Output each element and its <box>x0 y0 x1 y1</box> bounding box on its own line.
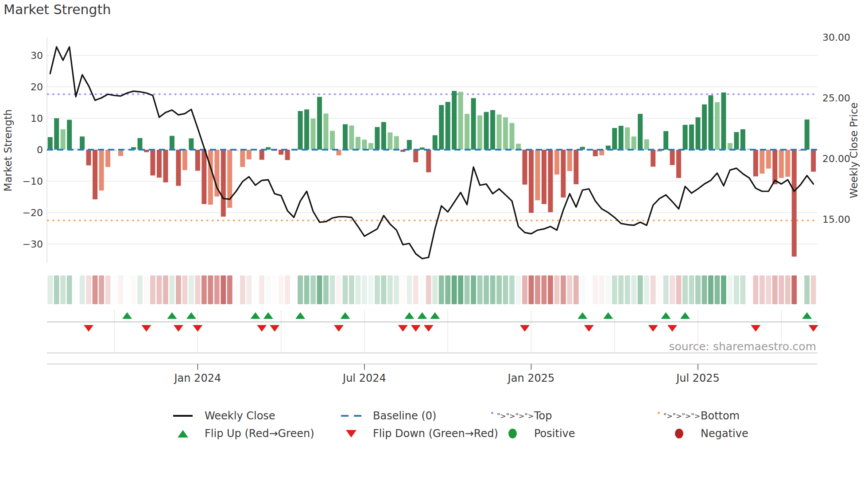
heatmap-tile <box>272 275 277 304</box>
heatmap-tile <box>310 275 316 304</box>
heatmap-tile <box>561 275 566 304</box>
strength-bar <box>785 150 790 177</box>
strength-bar <box>651 150 655 167</box>
strength-bar <box>593 150 598 156</box>
strength-bar <box>510 123 515 150</box>
heatmap-tile <box>285 275 290 304</box>
strength-bar <box>625 128 630 150</box>
heatmap-tile <box>388 275 393 304</box>
heatmap-tile <box>580 275 585 304</box>
heatmap-tile <box>644 275 649 304</box>
strength-bar <box>516 144 521 150</box>
heatmap-tile <box>760 275 765 304</box>
heatmap-tile <box>195 275 200 304</box>
heatmap-tile <box>458 275 463 304</box>
market-strength-chart: Jan 2024Jul 2024Jan 2025Jul 20253020100−… <box>0 0 868 390</box>
right-axis-tick-label: 20.00 <box>822 153 850 164</box>
flip-up-triangle-icon <box>167 430 198 438</box>
strength-bar <box>753 150 758 176</box>
strength-bar <box>317 97 322 150</box>
heatmap-tile <box>599 275 604 304</box>
heatmap-tile <box>253 275 258 304</box>
heatmap-tile <box>330 275 335 304</box>
heatmap-tile <box>227 275 232 304</box>
strength-bar <box>522 150 527 185</box>
left-axis-tick-label: −20 <box>23 207 43 218</box>
heatmap-tile <box>170 275 175 304</box>
heatmap-tile <box>791 275 797 304</box>
flip-down-marker <box>424 325 434 332</box>
heatmap-tile <box>426 275 431 304</box>
heatmap-tile <box>279 275 284 304</box>
legend-item-baseline: Baseline (0) <box>336 407 436 425</box>
heatmap-tile <box>695 275 701 304</box>
heatmap-tile <box>93 275 98 304</box>
strength-bar <box>477 116 482 150</box>
heatmap-tile <box>208 275 213 304</box>
right-axis-tick-label: 30.00 <box>822 32 850 43</box>
flip-up-marker <box>603 312 613 319</box>
right-axis-title: Weekly Close Price <box>848 102 860 198</box>
heatmap-tile <box>419 275 425 304</box>
strength-bar <box>195 150 200 171</box>
heatmap-tile <box>535 275 540 304</box>
legend-item-flip_down: Flip Down (Green→Red) <box>336 425 498 442</box>
strength-bar <box>760 150 764 174</box>
heatmap-tile <box>375 275 380 304</box>
heatmap-tile <box>586 275 592 304</box>
heatmap-tile <box>522 275 527 304</box>
heatmap-tile <box>747 275 752 304</box>
strength-bar <box>721 93 726 150</box>
flip-up-marker <box>340 312 350 319</box>
strength-bar <box>99 150 104 190</box>
strength-bar <box>343 124 348 150</box>
strength-bar <box>285 150 290 160</box>
heatmap-tile <box>721 275 726 304</box>
strength-bar <box>324 113 329 150</box>
heatmap-tile <box>484 275 489 304</box>
flip-up-marker <box>430 312 440 319</box>
strength-bar <box>529 150 534 213</box>
heatmap-tile <box>657 275 662 304</box>
flip-up-marker <box>167 312 177 319</box>
flip-down-marker <box>667 325 677 332</box>
strength-bar <box>644 139 649 150</box>
flip-down-marker <box>84 325 93 332</box>
strength-bar <box>298 111 303 150</box>
strength-bar <box>163 150 168 182</box>
heatmap-tile <box>465 275 470 304</box>
strength-bar <box>221 150 226 217</box>
legend-label-weekly_close: Weekly Close <box>205 410 275 422</box>
flip-up-marker <box>251 312 260 319</box>
heatmap-tile <box>112 275 117 304</box>
heatmap-tile <box>496 275 502 304</box>
heatmap-tile <box>407 275 412 304</box>
strength-bar <box>157 150 162 178</box>
heatmap-tile <box>176 275 181 304</box>
legend-label-top: Top <box>534 410 552 422</box>
strength-bar <box>740 129 745 150</box>
heatmap-tile <box>772 275 778 304</box>
strength-bar <box>465 114 469 150</box>
heatmap-tile <box>663 275 669 304</box>
strength-bar <box>93 150 97 199</box>
flip-up-marker <box>802 312 812 319</box>
heatmap-tile <box>625 275 630 304</box>
strength-bar <box>330 131 335 150</box>
heatmap-tile <box>413 275 418 304</box>
heatmap-tile <box>567 275 572 304</box>
heatmap-tile <box>734 275 739 304</box>
heatmap-tile <box>605 275 611 304</box>
strength-bar <box>202 150 206 204</box>
weekly-close-line-swatch <box>167 415 198 417</box>
heatmap-tile <box>682 275 688 304</box>
x-tick-label: Jul 2024 <box>342 372 386 384</box>
flip-down-marker <box>270 325 279 332</box>
strength-bar <box>663 131 668 150</box>
left-axis-tick-label: 30 <box>31 50 43 61</box>
strength-bar <box>497 114 502 150</box>
flip-down-marker <box>520 325 530 332</box>
strength-bar <box>176 150 181 186</box>
strength-bar <box>394 136 399 150</box>
strength-bar <box>689 124 694 150</box>
